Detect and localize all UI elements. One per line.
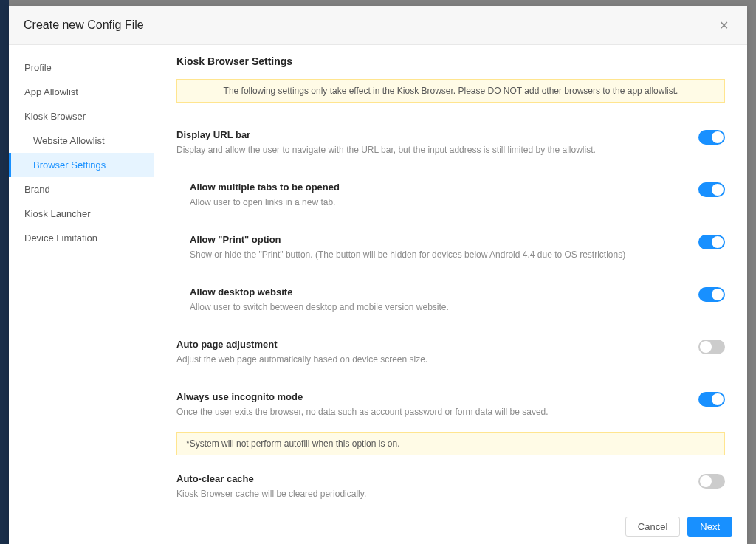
sidebar: ProfileApp AllowlistKiosk BrowserWebsite… <box>9 45 154 509</box>
sidebar-item-kiosk-launcher[interactable]: Kiosk Launcher <box>9 202 154 226</box>
setting-group: Auto-clear cacheKiosk Browser cache will… <box>176 466 725 508</box>
content-title: Kiosk Browser Settings <box>176 55 725 67</box>
setting-text: Allow desktop websiteAllow user to switc… <box>176 286 698 314</box>
setting-desc: Allow user to switch between desktop and… <box>190 300 669 314</box>
sidebar-item-website-allowlist[interactable]: Website Allowlist <box>9 128 154 153</box>
setting-group: Allow multiple tabs to be openedAllow us… <box>176 174 725 216</box>
setting-label: Allow multiple tabs to be opened <box>190 182 669 193</box>
setting-row: Allow multiple tabs to be openedAllow us… <box>176 174 725 216</box>
setting-row: Auto-clear cacheKiosk Browser cache will… <box>176 466 725 508</box>
setting-label: Always use incognito mode <box>176 391 669 402</box>
setting-label: Allow "Print" option <box>190 234 669 245</box>
setting-row: Auto page adjustmentAdjust the web page … <box>176 331 725 373</box>
toggle-switch[interactable] <box>698 392 725 407</box>
setting-group: Display URL barDisplay and allow the use… <box>176 122 725 164</box>
cancel-button[interactable]: Cancel <box>625 517 680 537</box>
close-icon: ✕ <box>719 18 729 32</box>
setting-text: Allow "Print" optionShow or hide the "Pr… <box>176 234 698 261</box>
toggle-switch[interactable] <box>698 340 725 354</box>
background-stripe <box>0 0 9 544</box>
setting-label: Allow desktop website <box>190 286 669 297</box>
sidebar-item-app-allowlist[interactable]: App Allowlist <box>9 80 154 104</box>
modal-footer: Cancel Next <box>9 509 747 544</box>
modal-body: ProfileApp AllowlistKiosk BrowserWebsite… <box>9 45 747 509</box>
content-area: Kiosk Browser Settings The following set… <box>154 45 747 509</box>
setting-desc: Kiosk Browser cache will be cleared peri… <box>176 487 669 500</box>
setting-row: Allow desktop websiteAllow user to switc… <box>176 279 725 321</box>
sidebar-item-browser-settings[interactable]: Browser Settings <box>9 153 154 177</box>
toggle-switch[interactable] <box>698 130 725 145</box>
setting-text: Auto-clear cacheKiosk Browser cache will… <box>176 473 698 500</box>
setting-text: Auto page adjustmentAdjust the web page … <box>176 339 698 366</box>
setting-desc: Adjust the web page automatically based … <box>176 353 669 366</box>
modal-header: Create new Config File ✕ <box>9 6 747 45</box>
sidebar-item-device-limitation[interactable]: Device Limitation <box>9 226 154 250</box>
toggle-switch[interactable] <box>698 287 725 302</box>
setting-desc: Once the user exits the browser, no data… <box>176 405 669 419</box>
close-button[interactable]: ✕ <box>715 16 732 34</box>
setting-row: Always use incognito modeOnce the user e… <box>176 384 725 426</box>
toggle-switch[interactable] <box>698 182 725 197</box>
next-button[interactable]: Next <box>687 517 732 537</box>
setting-note: *System will not perform autofill when t… <box>176 432 725 455</box>
toggle-switch[interactable] <box>698 235 725 249</box>
setting-row: Allow "Print" optionShow or hide the "Pr… <box>176 227 725 269</box>
setting-group: Allow "Print" optionShow or hide the "Pr… <box>176 227 725 269</box>
setting-text: Display URL barDisplay and allow the use… <box>176 129 698 156</box>
sidebar-item-kiosk-browser[interactable]: Kiosk Browser <box>9 104 154 128</box>
setting-label: Auto-clear cache <box>176 473 669 484</box>
config-modal: Create new Config File ✕ ProfileApp Allo… <box>9 6 747 544</box>
setting-desc: Show or hide the "Print" button. (The bu… <box>190 248 669 261</box>
setting-desc: Display and allow the user to navigate w… <box>176 143 669 156</box>
setting-text: Always use incognito modeOnce the user e… <box>176 391 698 419</box>
info-banner: The following settings only take effect … <box>176 79 725 103</box>
setting-text: Allow multiple tabs to be openedAllow us… <box>176 182 698 209</box>
setting-group: Always use incognito modeOnce the user e… <box>176 384 725 455</box>
setting-label: Auto page adjustment <box>176 339 669 350</box>
setting-group: Auto page adjustmentAdjust the web page … <box>176 331 725 373</box>
sidebar-item-brand[interactable]: Brand <box>9 177 154 202</box>
toggle-switch[interactable] <box>698 474 725 489</box>
setting-label: Display URL bar <box>176 129 669 140</box>
setting-row: Display URL barDisplay and allow the use… <box>176 122 725 164</box>
setting-desc: Allow user to open links in a new tab. <box>190 196 669 209</box>
modal-title: Create new Config File <box>24 18 144 32</box>
setting-group: Allow desktop websiteAllow user to switc… <box>176 279 725 321</box>
sidebar-item-profile[interactable]: Profile <box>9 55 154 80</box>
settings-list: Display URL barDisplay and allow the use… <box>176 122 725 509</box>
